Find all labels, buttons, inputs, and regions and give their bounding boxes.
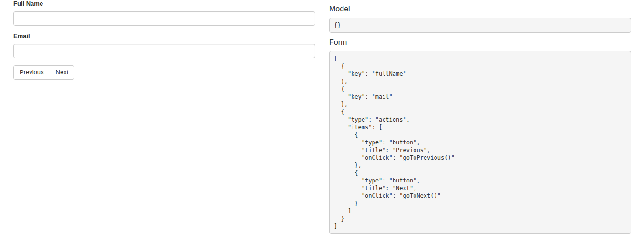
form-preview-panel: Full Name Email Previous Next xyxy=(13,0,315,80)
page-container: Full Name Email Previous Next Model {} F… xyxy=(0,0,644,239)
full-name-field-group: Full Name xyxy=(13,0,315,26)
full-name-label: Full Name xyxy=(13,0,315,7)
model-json-block: {} xyxy=(329,18,631,33)
next-button[interactable]: Next xyxy=(50,65,75,80)
email-label: Email xyxy=(13,33,315,40)
form-heading: Form xyxy=(329,38,631,46)
schema-panel: Model {} Form [ { "key": "fullName" }, {… xyxy=(329,0,631,239)
previous-button[interactable]: Previous xyxy=(13,65,50,80)
email-field-group: Email xyxy=(13,33,315,58)
email-input[interactable] xyxy=(13,44,315,58)
form-json-block: [ { "key": "fullName" }, { "key": "mail"… xyxy=(329,51,631,234)
full-name-input[interactable] xyxy=(13,11,315,26)
form-actions-button-group: Previous Next xyxy=(13,65,74,80)
model-heading: Model xyxy=(329,5,631,13)
